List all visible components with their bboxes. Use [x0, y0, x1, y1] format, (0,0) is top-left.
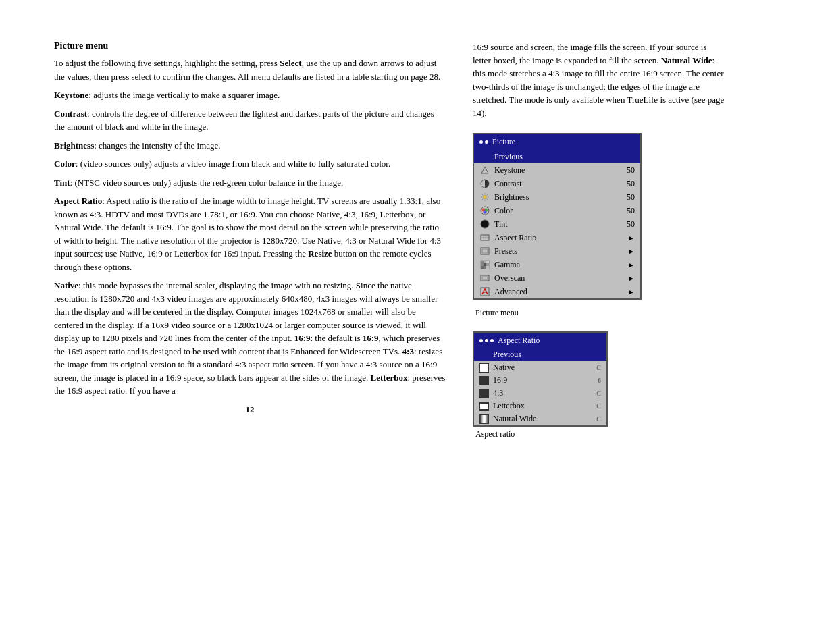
para-tint: Tint: (NTSC video sources only) adjusts …: [54, 176, 446, 190]
aspect-menu-label: Aspect ratio: [475, 429, 608, 439]
menus-container: Picture Previous: [473, 133, 729, 439]
svg-rect-23: [486, 261, 489, 263]
previous-label: Previous: [494, 152, 635, 162]
menu-row-brightness: Brightness 50: [474, 190, 640, 204]
section-heading: Picture menu: [54, 41, 446, 51]
para-native: Native: this mode bypasses the internal …: [54, 279, 446, 398]
svg-rect-21: [481, 261, 484, 263]
menu-row-advanced: Advanced ►: [474, 285, 640, 298]
brightness-label: Brightness: [494, 192, 623, 203]
svg-rect-28: [484, 266, 486, 269]
svg-rect-25: [484, 263, 486, 266]
menu-row-aspect-ratio: Aspect Ratio ►: [474, 231, 640, 244]
letterbox-icon: [479, 402, 489, 411]
para-color: Color: (video sources only) adjusts a vi…: [54, 157, 446, 171]
advanced-icon: [479, 286, 490, 297]
aspect-row-43: 4:3 C: [474, 387, 606, 400]
picture-menu-title-bar: Picture: [474, 134, 640, 150]
svg-marker-0: [481, 167, 488, 173]
svg-rect-29: [486, 266, 489, 269]
keystone-value: 50: [627, 165, 635, 176]
left-column: Picture menu To adjust the following fiv…: [54, 41, 446, 439]
dot2: [485, 140, 488, 144]
svg-rect-31: [482, 277, 488, 279]
native-radio: C: [596, 364, 601, 371]
svg-line-9: [487, 194, 488, 195]
para-keystone: Keystone: adjusts the image vertically t…: [54, 88, 446, 102]
picture-menu: Picture Previous: [473, 133, 642, 318]
presets-label: Presets: [494, 246, 624, 257]
43-icon: [479, 389, 489, 398]
contrast-icon: [479, 178, 490, 189]
picture-menu-screenshot: Picture Previous: [473, 133, 642, 300]
aspect-ratio-icon: [479, 232, 490, 243]
picture-menu-title: Picture: [492, 137, 515, 147]
aspect-ratio-label: Aspect Ratio: [494, 233, 624, 243]
svg-point-14: [484, 211, 487, 214]
letterbox-radio: C: [596, 402, 601, 410]
right-text: 16:9 source and screen, the image fills …: [473, 41, 729, 119]
aspect-menu-title-bar: Aspect Ratio: [474, 333, 606, 348]
para-contrast: Contrast: controls the degree of differe…: [54, 107, 446, 134]
aspect-row-native: Native C: [474, 361, 606, 374]
tint-value: 50: [627, 219, 635, 230]
aspect-row-letterbox: Letterbox C: [474, 400, 606, 412]
menu-row-gamma: Gamma ►: [474, 258, 640, 271]
svg-line-7: [482, 194, 483, 195]
169-icon: [479, 376, 489, 385]
picture-menu-dots: [479, 140, 488, 144]
overscan-arrow: ►: [628, 275, 635, 282]
svg-point-15: [481, 220, 489, 228]
natural-wide-icon: [479, 414, 489, 424]
right-column: 16:9 source and screen, the image fills …: [473, 41, 729, 439]
43-label: 4:3: [493, 388, 592, 398]
native-icon: [479, 363, 489, 373]
contrast-value: 50: [627, 179, 635, 189]
aspect-prev-label: Previous: [493, 350, 601, 360]
menu-row-tint: Tint 50: [474, 217, 640, 231]
color-value: 50: [627, 206, 635, 216]
menu-row-overscan: Overscan ►: [474, 271, 640, 285]
dot1: [479, 140, 483, 144]
brightness-value: 50: [627, 192, 635, 203]
para-intro: To adjust the following five settings, h…: [54, 57, 446, 83]
menu-row-presets: Presets ►: [474, 244, 640, 258]
svg-rect-27: [481, 266, 484, 269]
aspect-row-previous: Previous: [474, 348, 606, 361]
keystone-label: Keystone: [494, 165, 623, 176]
gamma-arrow: ►: [628, 261, 635, 269]
169-label: 16:9: [493, 375, 594, 385]
page-number: 12: [54, 404, 446, 415]
aspect-menu-block: Aspect Ratio Previous Native: [473, 331, 729, 439]
aspect-menu-screenshot: Aspect Ratio Previous Native: [473, 331, 608, 427]
para-aspect-ratio: Aspect Ratio: Aspect ratio is the ratio …: [54, 194, 446, 273]
aspect-ratio-arrow: ►: [628, 234, 635, 242]
picture-menu-body: Previous Keystone 50: [474, 150, 640, 298]
svg-rect-24: [481, 263, 484, 266]
svg-rect-26: [486, 263, 489, 266]
contrast-label: Contrast: [494, 179, 623, 189]
letterbox-label: Letterbox: [493, 401, 592, 411]
svg-line-10: [482, 199, 483, 200]
brightness-icon: [479, 192, 490, 203]
aspect-menu-body: Previous Native C 16:9: [474, 348, 606, 425]
169-radio: 6: [598, 377, 601, 384]
gamma-label: Gamma: [494, 260, 624, 270]
aspect-ratio-menu: Aspect Ratio Previous Native: [473, 331, 608, 439]
natural-wide-label: Natural Wide: [493, 414, 592, 424]
presets-icon: [479, 246, 490, 257]
menu-row-color: Color 50: [474, 204, 640, 217]
43-radio: C: [596, 390, 601, 397]
aspect-row-natural-wide: Natural Wide C: [474, 412, 606, 425]
aspect-menu-dots: [479, 339, 494, 342]
advanced-label: Advanced: [494, 287, 624, 297]
picture-menu-label: Picture menu: [475, 308, 642, 318]
keystone-icon: [479, 165, 490, 176]
overscan-icon: [479, 273, 490, 284]
advanced-arrow: ►: [628, 288, 635, 296]
para-brightness: Brightness: changes the intensity of the…: [54, 139, 446, 153]
svg-line-8: [487, 199, 488, 200]
adot2: [485, 339, 488, 342]
overscan-label: Overscan: [494, 273, 624, 284]
natural-wide-radio: C: [596, 415, 601, 423]
